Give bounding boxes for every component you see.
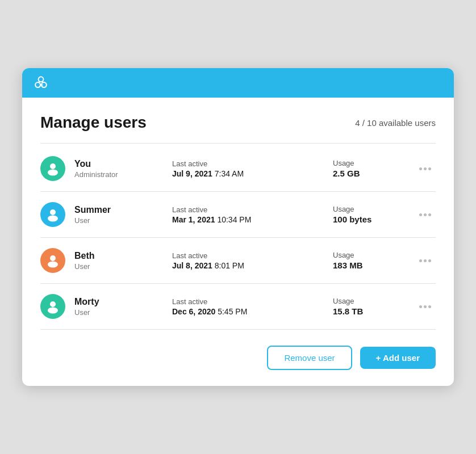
avatar [40,248,65,273]
last-active-label: Last active [172,251,319,260]
avatar [40,294,65,319]
user-name: Summer [74,205,154,215]
user-role: Administrator [74,170,154,179]
usage-value: 100 bytes [333,215,401,224]
last-active-date: Jul 9, 2021 7:34 AM [172,169,319,178]
user-role: User [74,308,154,317]
svg-point-0 [31,73,51,93]
last-active-label: Last active [172,205,319,214]
more-options-button[interactable] [415,165,436,173]
usage-label: Usage [333,159,401,167]
page-title: Manage users [40,114,147,132]
svg-point-10 [48,216,58,222]
usage-value: 15.8 TB [333,306,401,316]
last-active-info: Last active Jul 8, 2021 8:01 PM [172,251,319,270]
dot-3 [428,305,431,308]
dot-2 [424,167,427,170]
user-name: You [74,159,154,169]
usage-value: 183 MB [333,260,401,270]
last-active-label: Last active [172,297,319,306]
svg-point-9 [50,209,56,215]
svg-point-13 [50,301,56,307]
user-name: Morty [74,297,154,307]
user-list: You Administrator Last active Jul 9, 202… [40,146,436,330]
last-active-date: Mar 1, 2021 10:34 PM [172,215,319,224]
user-avatar-icon [45,299,61,314]
usage-value: 2.5 GB [333,169,401,178]
last-active-info: Last active Jul 9, 2021 7:34 AM [172,159,319,178]
avatar [40,156,65,181]
last-active-date-bold: Dec 6, 2020 [172,307,215,316]
last-active-time: 7:34 AM [215,169,244,178]
user-row: Beth User Last active Jul 8, 2021 8:01 P… [40,238,436,284]
last-active-time: 10:34 PM [217,215,251,224]
titlebar [22,68,454,98]
dot-1 [419,167,422,170]
remove-user-button[interactable]: Remove user [267,346,352,370]
usage-info: Usage 100 bytes [333,205,401,224]
dot-2 [424,259,427,262]
user-info: You Administrator [74,159,154,179]
app-icon [31,73,51,93]
dot-1 [419,305,422,308]
user-info: Summer User [74,205,154,225]
header-row: Manage users 4 / 10 available users [40,114,436,132]
usage-label: Usage [333,297,401,305]
svg-point-14 [48,308,58,314]
usage-label: Usage [333,205,401,213]
available-users-count: 4 / 10 available users [355,118,436,128]
more-options-button[interactable] [415,303,436,310]
avatar [40,202,65,227]
user-role: User [74,216,154,225]
usage-info: Usage 183 MB [333,251,401,270]
last-active-date-bold: Jul 9, 2021 [172,169,212,178]
user-name: Beth [74,251,154,261]
svg-point-12 [48,262,58,268]
more-options-button[interactable] [415,211,436,218]
last-active-date: Jul 8, 2021 8:01 PM [172,261,319,270]
dot-1 [419,259,422,262]
last-active-info: Last active Mar 1, 2021 10:34 PM [172,205,319,224]
user-row: You Administrator Last active Jul 9, 202… [40,146,436,192]
dot-3 [428,259,431,262]
footer-row: Remove user + Add user [40,346,436,370]
svg-point-11 [50,255,56,261]
svg-point-7 [50,163,56,169]
usage-info: Usage 15.8 TB [333,297,401,316]
last-active-label: Last active [172,159,319,168]
usage-info: Usage 2.5 GB [333,159,401,178]
content-area: Manage users 4 / 10 available users You … [22,98,454,386]
last-active-info: Last active Dec 6, 2020 5:45 PM [172,297,319,316]
dot-3 [428,213,431,216]
more-options-button[interactable] [415,257,436,264]
last-active-time: 5:45 PM [218,307,247,316]
svg-point-8 [48,170,58,176]
user-row: Morty User Last active Dec 6, 2020 5:45 … [40,284,436,330]
dot-2 [424,213,427,216]
dot-2 [424,305,427,308]
user-info: Morty User [74,297,154,317]
last-active-date-bold: Jul 8, 2021 [172,261,212,270]
last-active-date: Dec 6, 2020 5:45 PM [172,307,319,316]
last-active-time: 8:01 PM [215,261,244,270]
user-avatar-icon [45,253,61,268]
add-user-button[interactable]: + Add user [360,347,436,369]
user-avatar-icon [45,161,61,176]
usage-label: Usage [333,251,401,259]
user-role: User [74,262,154,271]
user-avatar-icon [45,207,61,222]
user-info: Beth User [74,251,154,271]
top-divider [40,143,436,144]
last-active-date-bold: Mar 1, 2021 [172,215,215,224]
user-row: Summer User Last active Mar 1, 2021 10:3… [40,192,436,238]
dot-1 [419,213,422,216]
dot-3 [428,167,431,170]
manage-users-window: Manage users 4 / 10 available users You … [22,68,454,386]
